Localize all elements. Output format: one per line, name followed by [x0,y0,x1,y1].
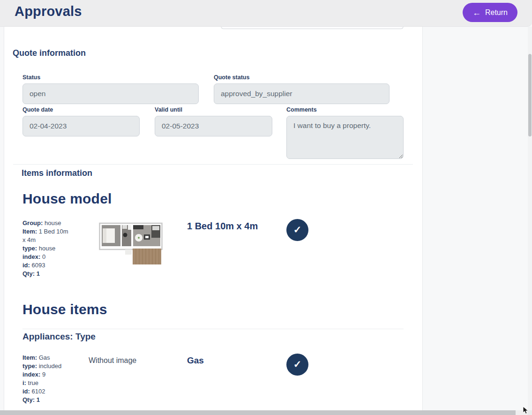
meta-label: Qty: [22,270,35,277]
horizontal-scrollbar-thumb[interactable] [0,410,516,415]
meta-value: 1 [37,270,40,277]
meta-value: included [39,362,61,370]
page-title: Approvals [15,4,82,19]
meta-label: Item: [22,228,37,235]
group-divider [22,329,404,329]
meta-label: Qty: [22,396,35,403]
mouse-cursor-icon [522,406,530,415]
appliances-group-heading: Appliances: Type [22,332,96,342]
house-model-heading: House model [22,191,112,207]
check-icon: ✓ [293,224,302,235]
return-arrow-icon: ← [472,8,481,17]
quote-date-label: Quote date [22,106,53,113]
meta-label: index: [22,253,40,260]
meta-value: 6102 [32,388,45,395]
house-model-meta: Group: house Item: 1 Bed 10m x 4m type: … [22,219,73,278]
meta-value: true [28,379,38,386]
meta-value: Gas [39,354,50,361]
meta-label: Item: [22,354,37,361]
return-button[interactable]: ← Return [463,3,517,22]
status-label: Status [22,74,40,81]
meta-label: Group: [22,219,43,226]
meta-label: type: [22,245,37,252]
vertical-scrollbar-thumb[interactable] [528,54,532,136]
items-section-title: Items information [22,168,92,178]
meta-value: 1 [37,396,40,403]
meta-label: id: [22,388,30,395]
horizontal-scrollbar[interactable] [0,410,532,415]
header-bar: Approvals ← Return [0,0,532,27]
comments-textarea[interactable]: I want to buy a property. [286,116,404,159]
appliance-meta: Item: Gas type: included index: 9 i: tru… [22,354,73,404]
meta-value: house [39,245,55,252]
main-content-card: Quote information Status Quote status Qu… [4,27,423,410]
meta-value: house [45,219,61,226]
check-icon: ✓ [293,359,302,370]
quote-section-title: Quote information [13,48,86,58]
quote-date-input[interactable] [22,116,140,136]
valid-until-input[interactable] [155,116,272,136]
meta-label: id: [22,262,30,269]
meta-label: type: [22,362,37,370]
house-items-heading: House items [22,302,107,317]
quote-status-label: Quote status [214,74,249,81]
appliance-item-title: Gas [187,355,204,366]
house-floorplan-image [99,222,163,265]
meta-label: index: [22,371,40,378]
house-model-approve-button[interactable]: ✓ [286,219,308,241]
no-image-label: Without image [89,356,136,365]
meta-value: 6093 [32,262,45,269]
comments-label: Comments [286,106,317,113]
house-model-item-title: 1 Bed 10m x 4m [187,221,258,232]
meta-value: 0 [42,253,45,260]
vertical-scrollbar[interactable] [528,27,532,410]
return-button-label: Return [485,8,508,17]
appliance-approve-button[interactable]: ✓ [286,354,308,376]
section-divider [13,164,413,165]
valid-until-label: Valid until [155,106,182,113]
meta-value: 9 [42,371,45,378]
status-input[interactable] [22,83,199,104]
meta-label: i: [22,379,26,386]
quote-status-input[interactable] [214,83,390,104]
